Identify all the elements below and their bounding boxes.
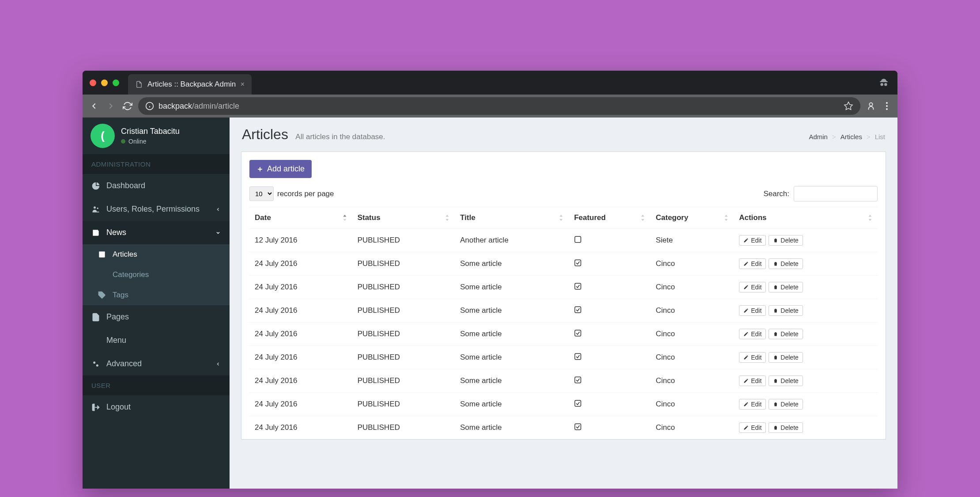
delete-button[interactable]: Delete [769,282,803,292]
column-header-date[interactable]: Date [249,207,352,229]
user-icon[interactable] [865,100,877,112]
sidebar-item-label: Advanced [106,359,142,368]
sidebar-item-label: Users, Roles, Permissions [106,205,200,214]
sort-icon [723,214,729,222]
column-header-title[interactable]: Title [455,207,569,229]
sidebar-item-advanced[interactable]: Advanced [83,352,230,376]
table-row: 24 July 2016PUBLISHEDSome articleCincoEd… [249,393,878,416]
delete-button[interactable]: Delete [769,422,803,433]
svg-rect-7 [99,251,105,257]
cell-actions: EditDelete [734,229,878,252]
trash-icon [773,402,778,407]
sidebar-item-users[interactable]: Users, Roles, Permissions [83,197,230,221]
close-window-button[interactable] [90,80,96,86]
sidebar-item-label: Tags [113,291,128,300]
column-header-category[interactable]: Category [650,207,734,229]
logout-icon [91,403,100,412]
url-path: /admin/article [192,102,239,110]
column-header-featured[interactable]: Featured [569,207,650,229]
page-length-label: records per page [277,190,334,198]
sidebar-item-pages[interactable]: Pages [83,305,230,329]
column-header-actions: Actions [734,207,878,229]
browser-tab[interactable]: Articles :: Backpack Admin × [128,74,252,95]
breadcrumb-item[interactable]: Articles [841,133,862,140]
edit-button[interactable]: Edit [739,329,766,339]
browser-toolbar: backpack/admin/article [83,95,897,118]
reload-button[interactable] [121,100,134,112]
sidebar-item-logout[interactable]: Logout [83,395,230,419]
back-button[interactable] [88,100,100,112]
delete-button[interactable]: Delete [769,329,803,339]
svg-point-4 [869,103,872,106]
column-header-status[interactable]: Status [352,207,455,229]
edit-button[interactable]: Edit [739,422,766,433]
cell-actions: EditDelete [734,369,878,393]
cell-category: Cinco [650,252,734,276]
close-tab-button[interactable]: × [241,80,245,88]
delete-button[interactable]: Delete [769,352,803,363]
bookmark-star-icon[interactable] [844,101,853,111]
maximize-window-button[interactable] [113,80,119,86]
checkbox-checked-icon [574,306,582,314]
sidebar-item-menu[interactable]: Menu [83,329,230,352]
edit-button[interactable]: Edit [739,305,766,316]
cell-date: 24 July 2016 [249,393,352,416]
pencil-icon [743,402,749,407]
table-row: 24 July 2016PUBLISHEDSome articleCincoEd… [249,252,878,276]
sidebar-header-admin: ADMINISTRATION [83,154,230,174]
pencil-icon [743,238,749,243]
delete-button[interactable]: Delete [769,376,803,386]
delete-button[interactable]: Delete [769,305,803,316]
delete-button[interactable]: Delete [769,258,803,269]
svg-rect-31 [575,424,581,430]
cell-title: Another article [455,229,569,252]
forward-button[interactable] [105,100,117,112]
cell-category: Siete [650,229,734,252]
svg-point-6 [97,207,98,209]
cell-date: 24 July 2016 [249,276,352,299]
cell-title: Some article [455,416,569,440]
edit-button[interactable]: Edit [739,235,766,246]
chevron-down-icon [215,230,221,235]
trash-icon [773,238,778,243]
sidebar-subitem-tags[interactable]: Tags [83,285,230,305]
cell-category: Cinco [650,299,734,322]
page-icon [135,80,143,88]
cell-featured [569,276,650,299]
svg-rect-24 [575,260,581,266]
minimize-window-button[interactable] [101,80,108,86]
trash-icon [773,355,778,360]
sidebar-subitem-articles[interactable]: Articles [83,244,230,265]
sidebar-item-label: Dashboard [106,181,145,190]
cell-actions: EditDelete [734,276,878,299]
edit-button[interactable]: Edit [739,352,766,363]
breadcrumb-item: List [875,133,885,140]
checkbox-checked-icon [574,353,582,360]
add-article-button[interactable]: Add article [249,160,312,178]
edit-button[interactable]: Edit [739,399,766,410]
checkbox-checked-icon [574,423,582,431]
delete-button[interactable]: Delete [769,399,803,410]
browser-menu-button[interactable] [882,101,892,111]
sidebar-item-dashboard[interactable]: Dashboard [83,174,230,197]
pencil-icon [743,331,749,337]
edit-button[interactable]: Edit [739,258,766,269]
svg-marker-3 [844,102,852,110]
checkbox-unchecked-icon [574,235,582,243]
delete-button[interactable]: Delete [769,235,803,246]
cell-date: 24 July 2016 [249,252,352,276]
sidebar-subitem-categories[interactable]: Categories [83,265,230,285]
svg-rect-30 [575,400,581,406]
url-host: backpack [158,102,192,110]
edit-button[interactable]: Edit [739,376,766,386]
pencil-icon [743,378,749,383]
search-input[interactable] [794,186,878,201]
list-icon [91,336,100,345]
breadcrumb-item[interactable]: Admin [809,133,828,140]
address-bar[interactable]: backpack/admin/article [138,97,860,115]
sidebar-item-news[interactable]: News [83,221,230,244]
page-length-select[interactable]: 10 [249,186,274,201]
table-row: 24 July 2016PUBLISHEDSome articleCincoEd… [249,369,878,393]
sort-icon [444,214,450,222]
edit-button[interactable]: Edit [739,282,766,292]
